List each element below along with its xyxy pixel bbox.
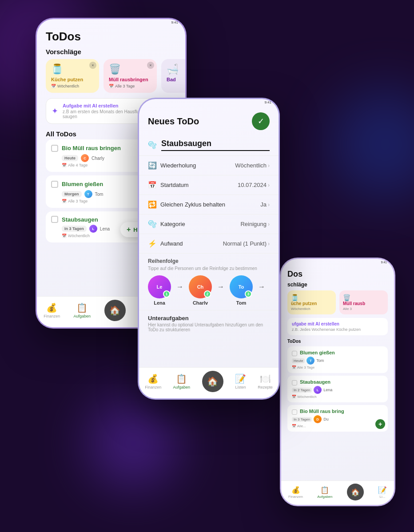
bath-icon: 🛁 — [167, 64, 185, 75]
back-ai-label: ufgabe mit AI erstellen — [292, 322, 383, 326]
avatar-tom-form: To 3 — [230, 275, 253, 298]
back-nav-home[interactable]: 🏠 — [347, 484, 364, 500]
status-bar-back: 9:41 — [281, 259, 394, 265]
chevron-icon-5: › — [268, 241, 270, 247]
form-nav-rezepte[interactable]: 🍽️ Rezepte — [258, 373, 273, 389]
back-card-trash[interactable]: 🗑️ Müll rausb Alle 3 — [339, 290, 388, 314]
charly-name: Charlv — [193, 300, 208, 306]
checkbox-flowers[interactable] — [51, 181, 58, 188]
aufgaben-icon: 📋 — [76, 302, 88, 313]
badge-2: 2 — [204, 290, 211, 298]
back-todo-bio[interactable]: Bio Müll raus bring In 3 Tagen D Du 📅 Al… — [287, 405, 388, 432]
arrow-1: → — [176, 283, 183, 291]
wiederholung-value: Wöchentlich — [235, 162, 267, 169]
back-todo-vacuum[interactable]: Staubsaugen In 2 Tagen L Lena 📅 Wöchentl… — [287, 376, 388, 402]
back-ai-section[interactable]: ufgabe mit AI erstellen z.B. Jedes Woche… — [287, 318, 388, 335]
back-vacuum-freq: 📅 Wöchentlich — [292, 395, 383, 399]
kitchen-freq: 📅 Wöchentlich — [51, 84, 94, 88]
home-icon: 🏠 — [104, 300, 126, 321]
person-tom[interactable]: To 3 Tom — [230, 275, 253, 306]
suggestion-card-trash[interactable]: × 🗑️ Müll rausbringen 📅 Alle 3 Tage — [104, 59, 157, 93]
field-startdatum[interactable]: 📅 Startdatum 10.07.2024 › — [139, 175, 279, 195]
task-name-row[interactable]: 🫧 Staubsaugen — [139, 135, 279, 156]
nav-finanzen[interactable]: 💰 Finanzen — [44, 302, 60, 318]
form-nav-finanzen[interactable]: 💰 Finanzen — [145, 373, 161, 389]
back-nav-listen[interactable]: 📝 Li... — [378, 486, 387, 499]
todo-when-bio: Heute — [62, 155, 78, 161]
confirm-button[interactable]: ✓ — [252, 112, 270, 130]
back-suggestions: 🫙 üche putzen Wöchentlich 🗑️ Müll rausb … — [287, 290, 388, 314]
back-trash-freq: Alle 3 — [343, 307, 384, 311]
back-ai-text: z.B. Jedes Wochenenae Küche putzen — [292, 327, 383, 332]
status-bar-form: 9:41 — [139, 99, 279, 105]
main-title: ToDos — [46, 30, 176, 44]
back-card-kitchen[interactable]: 🫙 üche putzen Wöchentlich — [287, 290, 336, 314]
back-checkbox-2[interactable] — [292, 380, 297, 385]
field-kategorie[interactable]: 🫧 Kategorie Reinigung › — [139, 214, 279, 234]
close-kitchen[interactable]: × — [89, 62, 96, 69]
back-nav-aufgaben[interactable]: 📋 Aufgaben — [317, 486, 332, 499]
nav-home[interactable]: 🏠 — [104, 300, 126, 321]
badge-1: 1 — [163, 290, 170, 298]
kategorie-value: Reinigung — [240, 221, 267, 227]
field-zyklus[interactable]: 🔁 Gleichen Zyklus behalten Ja › — [139, 195, 279, 214]
person-lena[interactable]: Le 1 Lena — [148, 275, 171, 306]
form-aufgaben-icon: 📋 — [176, 373, 187, 384]
suggestion-card-kitchen[interactable]: × 🫙 Küche putzen 📅 Wöchentlich — [46, 59, 99, 93]
date-icon: 📅 — [148, 181, 157, 189]
field-aufwand[interactable]: ⚡ Aufwand Normal (1 Punkt) › — [139, 234, 279, 254]
people-row: Le 1 Lena → Ch 2 Charlv → To — [148, 275, 270, 306]
person-charly[interactable]: Ch 2 Charlv — [189, 275, 212, 306]
sub-title: Unteraufgaben — [148, 315, 270, 322]
task-name-input[interactable]: Staubsaugen — [161, 139, 270, 151]
close-trash[interactable]: × — [147, 62, 154, 69]
back-todos-label: ToDos — [287, 339, 388, 344]
form-listen-label: Listen — [235, 385, 246, 389]
nav-aufgaben[interactable]: 📋 Aufgaben — [74, 302, 91, 318]
startdatum-label: Startdatum — [160, 182, 189, 188]
form-home-icon: 🏠 — [202, 371, 223, 392]
back-kitchen-name: üche putzen — [291, 301, 332, 306]
lena-name: Lena — [154, 300, 165, 306]
form-header: Neues ToDo ✓ — [139, 105, 279, 135]
suggestion-card-bath[interactable]: 🛁 Bad — [161, 59, 185, 93]
startdatum-value: 10.07.2024 — [238, 182, 267, 188]
repeat-icon: 🔄 — [148, 161, 157, 170]
back-bottom-nav: 💰 Finanzen 📋 Aufgaben 🏠 📝 Li... — [281, 480, 394, 505]
form-title: Neues ToDo — [148, 116, 199, 127]
back-avatar-lena: L — [314, 386, 322, 394]
back-finanzen-icon: 💰 — [291, 486, 300, 494]
form-nav-home[interactable]: 🏠 — [202, 371, 223, 392]
kategorie-label: Kategorie — [160, 221, 185, 227]
form-finanzen-icon: 💰 — [147, 373, 159, 384]
back-nav-finanzen[interactable]: 💰 Finanzen — [288, 486, 303, 499]
back-vacuum-meta: In 2 Tagen L Lena — [292, 386, 383, 394]
avatar-charly-form: Ch 2 — [189, 275, 212, 298]
checkbox-bio[interactable] — [51, 145, 58, 152]
back-checkbox-3[interactable] — [292, 409, 297, 415]
back-trash-icon: 🗑️ — [343, 294, 384, 301]
aufwand-label: Aufwand — [160, 240, 183, 247]
back-add-button[interactable]: + — [375, 419, 385, 429]
plus-icon: + — [127, 226, 131, 234]
trash-icon: 🗑️ — [109, 64, 151, 75]
effort-icon: ⚡ — [148, 239, 157, 248]
form-nav-aufgaben[interactable]: 📋 Aufgaben — [173, 373, 191, 389]
back-aufgaben-label: Aufgaben — [317, 495, 332, 499]
back-bio-name: Bio Müll raus bring — [300, 409, 344, 414]
todo-when-flowers: Morgen — [62, 191, 82, 197]
calendar-icon: 📅 — [51, 84, 56, 88]
back-bio-meta: In 3 Tagen D Du — [292, 415, 383, 423]
checkbox-vacuum[interactable] — [51, 216, 58, 223]
back-todo-flowers[interactable]: Blumen gießen Heute T Tom 📅 Alle 3 Tage — [287, 346, 388, 373]
person-vacuum: Lena — [100, 226, 110, 231]
suggestions-label: Vorschläge — [37, 45, 185, 57]
form-listen-icon: 📝 — [235, 373, 246, 384]
back-checkbox-1[interactable] — [292, 351, 297, 356]
field-wiederholung[interactable]: 🔄 Wiederholung Wöchentlich › — [139, 156, 279, 175]
form-nav-listen[interactable]: 📝 Listen — [235, 373, 246, 389]
wiederholung-label: Wiederholung — [160, 162, 196, 169]
bottom-nav-form: 💰 Finanzen 📋 Aufgaben 🏠 📝 Listen 🍽️ Reze… — [139, 367, 279, 398]
back-home-icon: 🏠 — [347, 484, 364, 500]
back-listen-icon: 📝 — [378, 486, 387, 494]
